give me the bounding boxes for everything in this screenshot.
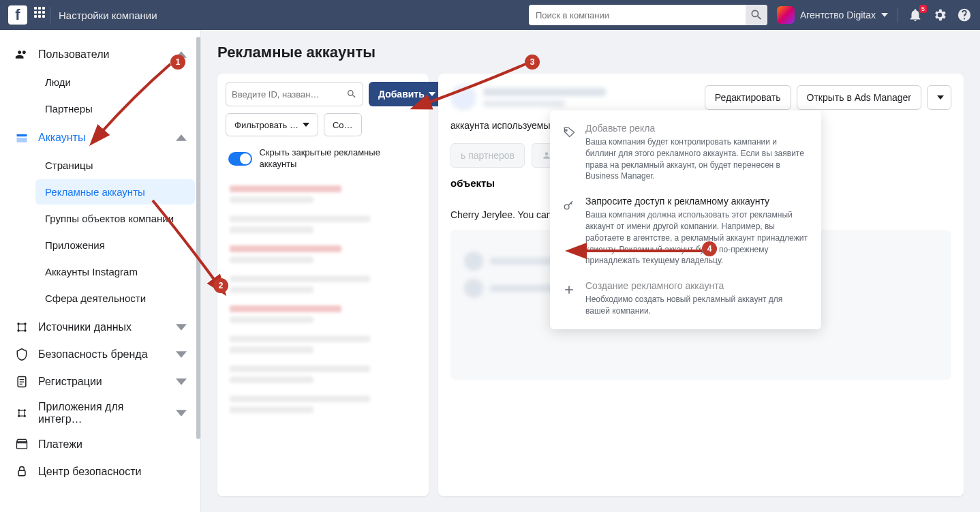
page-title-header: Настройки компании — [59, 10, 157, 21]
facebook-logo[interactable]: f — [8, 5, 27, 25]
svg-rect-0 — [17, 134, 27, 136]
annotation-arrow-1 — [92, 63, 174, 147]
assign-partners-button: ь партнеров — [450, 143, 525, 168]
open-ads-manager-button[interactable]: Открыть в Ads Manager — [797, 85, 921, 110]
chevron-down-icon — [176, 322, 187, 333]
svg-rect-11 — [18, 470, 25, 476]
nav-pages[interactable]: Страницы — [35, 153, 195, 178]
list-item[interactable] — [230, 305, 416, 325]
dd-add-account[interactable]: Добавьте рекла Ваша компания будет контр… — [550, 116, 821, 189]
chevron-up-icon — [176, 132, 187, 143]
chevron-down-icon — [881, 12, 888, 18]
apps-grid-icon[interactable] — [34, 7, 50, 23]
more-options-button[interactable] — [927, 85, 951, 110]
tag-icon — [562, 125, 576, 182]
account-search-field[interactable] — [226, 82, 363, 106]
filter-button[interactable]: Фильтровать … — [226, 113, 318, 136]
settings-gear-icon[interactable] — [932, 7, 947, 22]
chevron-down-icon — [176, 349, 187, 360]
svg-point-9 — [18, 415, 20, 417]
list-item[interactable] — [230, 395, 416, 415]
list-item[interactable] — [230, 185, 416, 205]
svg-rect-1 — [17, 138, 27, 142]
dd-create-account[interactable]: Создание рекламного аккаунта Необходимо … — [550, 273, 821, 324]
list-item[interactable] — [230, 335, 416, 355]
company-name: Агентство Digitax — [800, 10, 876, 20]
help-icon[interactable] — [957, 7, 972, 22]
nav-payments[interactable]: Платежи — [0, 431, 200, 458]
caret-down-icon — [303, 121, 309, 128]
nav-integrations[interactable]: Приложения для интегр… — [0, 395, 200, 431]
search-icon — [346, 89, 357, 100]
list-item[interactable] — [230, 365, 416, 385]
add-dropdown-menu: Добавьте рекла Ваша компания будет контр… — [550, 110, 821, 329]
company-search[interactable] — [529, 5, 767, 25]
annotation-badge-2: 2 — [213, 278, 228, 293]
sort-button[interactable]: Со… — [324, 113, 362, 136]
annotation-badge-1: 1 — [170, 55, 185, 70]
nav-data-sources[interactable]: Источники данных — [0, 314, 200, 341]
company-selector[interactable]: Агентство Digitax — [777, 6, 888, 24]
annotation-badge-3: 3 — [525, 55, 540, 70]
nav-brand-safety[interactable]: Безопасность бренда — [0, 341, 200, 368]
svg-point-8 — [24, 409, 26, 411]
annotation-arrow-3 — [420, 63, 529, 113]
annotation-arrow-4 — [576, 245, 705, 262]
edit-button[interactable]: Редактировать — [705, 85, 791, 110]
hide-closed-label: Скрыть закрытые рекламные аккаунты — [259, 147, 418, 170]
svg-point-10 — [24, 415, 26, 417]
list-item[interactable] — [230, 215, 416, 235]
notifications-icon[interactable]: 5 — [908, 7, 923, 22]
hide-closed-toggle[interactable] — [228, 152, 252, 166]
account-search-input[interactable] — [232, 89, 346, 100]
annotation-badge-4: 4 — [702, 241, 717, 256]
nav-registrations[interactable]: Регистрации — [0, 368, 200, 395]
chevron-down-icon — [176, 408, 187, 419]
key-icon — [562, 198, 576, 267]
accounts-list — [226, 185, 420, 415]
accounts-list-panel: Добавить Фильтровать … Со… Скрыть закр — [217, 74, 429, 496]
list-item[interactable] — [230, 275, 416, 295]
company-search-input[interactable] — [529, 10, 746, 20]
top-header: f Настройки компании Агентство Digitax 5 — [0, 0, 980, 30]
page-title: Рекламные аккаунты — [217, 44, 964, 61]
caret-down-icon — [937, 94, 944, 101]
company-avatar — [777, 6, 795, 24]
annotation-arrow-2 — [150, 198, 225, 292]
plus-icon — [562, 283, 576, 317]
svg-point-12 — [564, 205, 569, 209]
svg-point-7 — [18, 409, 20, 411]
list-item[interactable] — [230, 245, 416, 265]
chevron-down-icon — [176, 376, 187, 387]
main-content: Рекламные аккаунты Добавить Фильтро — [201, 30, 980, 512]
company-search-button[interactable] — [746, 5, 767, 25]
notif-badge: 5 — [919, 5, 927, 13]
nav-security-center[interactable]: Центр безопасности — [0, 458, 200, 485]
